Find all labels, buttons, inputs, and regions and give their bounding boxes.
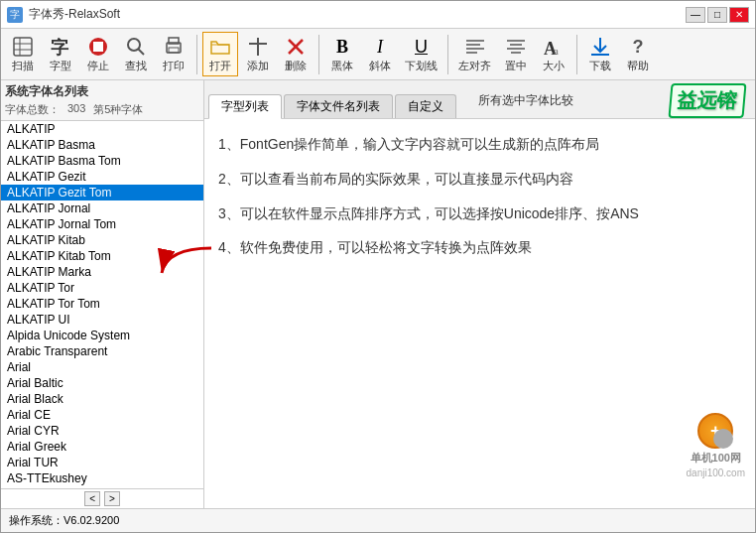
font-list-item[interactable]: Arial CYR	[1, 423, 203, 439]
svg-point-7	[128, 39, 140, 51]
font-list-item[interactable]: Arial Black	[1, 391, 203, 407]
font-list-item[interactable]: AS-TTEkushey	[1, 470, 203, 486]
font-list-item[interactable]: Arial Greek	[1, 439, 203, 455]
italic-label: 斜体	[369, 59, 391, 73]
font-list-item[interactable]: ALKATIP Tor Tom	[1, 296, 203, 312]
watermark-site: 单机100网	[691, 451, 741, 466]
scroll-left-arrow[interactable]: <	[84, 491, 100, 506]
scan-button[interactable]: 扫描	[5, 32, 41, 76]
font-list-item[interactable]: ALKATIP Tor	[1, 280, 203, 296]
stop-label: 停止	[87, 59, 109, 73]
separator-2	[318, 35, 319, 74]
find-button[interactable]: 查找	[118, 32, 154, 76]
left-panel: 系统字体名列表 字体总数：303 第5种字体 ALKATIPALKATIP Ba…	[1, 80, 204, 508]
font-list-item[interactable]: ALKATIP Gezit	[1, 169, 203, 185]
content-line-3: 3、可以在软件显示点阵排序方式，可以选择按Unicode排序、按ANS	[218, 199, 741, 229]
font-list[interactable]: ALKATIPALKATIP BasmaALKATIP Basma TomALK…	[1, 121, 203, 488]
italic-button[interactable]: I 斜体	[362, 32, 398, 76]
add-icon	[246, 35, 270, 59]
os-label: 操作系统：	[9, 514, 63, 526]
font-list-item[interactable]: Arial Baltic	[1, 375, 203, 391]
font-list-item[interactable]: ALKATIP	[1, 121, 203, 137]
fifth-font-label: 第5种字体	[93, 102, 143, 117]
scroll-right-arrow[interactable]: >	[104, 491, 120, 506]
tab-font-file[interactable]: 字体文件名列表	[284, 94, 393, 118]
font-list-item[interactable]: Arabic Transparent	[1, 343, 203, 359]
watermark-badge	[713, 429, 733, 449]
align-center-label: 置中	[505, 59, 527, 73]
content-line-2: 2、可以查看当前布局的实际效果，可以直接显示代码内容	[218, 164, 741, 195]
print-icon	[162, 35, 186, 59]
tab-font-type[interactable]: 字型列表	[208, 94, 282, 119]
svg-rect-0	[14, 38, 32, 56]
font-list-item[interactable]: ALKATIP Basma	[1, 137, 203, 153]
total-count: 303	[67, 102, 85, 117]
content-line-1: 1、FontGen操作简单，输入文字内容就可以生成新的点阵布局	[218, 129, 741, 160]
title-controls: — □ ✕	[686, 7, 749, 23]
font-list-item[interactable]: Arial CE	[1, 407, 203, 423]
stop-button[interactable]: 停止	[80, 32, 116, 76]
delete-button[interactable]: 删除	[278, 32, 314, 76]
font-list-item[interactable]: Alpida Unicode System	[1, 328, 203, 343]
size-icon: Aa	[542, 35, 566, 59]
svg-rect-6	[93, 42, 103, 52]
stop-icon	[86, 35, 110, 59]
help-label: 帮助	[627, 59, 649, 73]
separator-4	[576, 35, 577, 74]
font-list-item[interactable]: ALKATIP UI	[1, 312, 203, 328]
os-version: V6.02.9200	[63, 514, 119, 526]
find-icon	[124, 35, 148, 59]
font-list-item[interactable]: Arial TUR	[1, 455, 203, 470]
align-center-icon	[504, 35, 528, 59]
font-button[interactable]: 字 字型	[43, 32, 78, 76]
svg-line-8	[139, 50, 145, 56]
watermark-url: danji100.com	[687, 467, 745, 478]
open-button[interactable]: 打开	[202, 32, 238, 76]
separator-3	[447, 35, 448, 74]
download-label: 下载	[589, 59, 611, 73]
bold-button[interactable]: B 黑体	[324, 32, 360, 76]
status-bar: 操作系统：V6.02.9200	[1, 508, 755, 532]
download-icon	[588, 35, 612, 59]
font-list-item[interactable]: ALKATIP Gezit Tom	[1, 185, 203, 200]
font-icon: 字	[49, 35, 72, 59]
align-center-button[interactable]: 置中	[498, 32, 534, 76]
align-left-button[interactable]: 左对齐	[453, 32, 496, 76]
font-list-item[interactable]: ALKATIP Kitab	[1, 232, 203, 248]
font-list-item[interactable]: ALKATIP Marka	[1, 264, 203, 280]
print-button[interactable]: 打印	[156, 32, 191, 76]
main-window: 字 字体秀-RelaxSoft — □ ✕ 扫描 字 字型	[0, 0, 756, 533]
maximize-button[interactable]: □	[707, 7, 727, 23]
font-list-item[interactable]: ALKATIP Jornal Tom	[1, 216, 203, 232]
font-list-item[interactable]: ALKATIP Kitab Tom	[1, 248, 203, 264]
close-button[interactable]: ✕	[729, 7, 749, 23]
font-list-item[interactable]: Arial	[1, 359, 203, 375]
scan-icon	[11, 35, 35, 59]
underline-button[interactable]: U 下划线	[400, 32, 442, 76]
help-button[interactable]: ? 帮助	[620, 32, 656, 76]
content-line-4: 4、软件免费使用，可以轻松将文字转换为点阵效果	[218, 232, 741, 263]
window-title: 字体秀-RelaxSoft	[29, 6, 120, 23]
add-button[interactable]: 添加	[240, 32, 276, 76]
open-label: 打开	[209, 59, 231, 73]
bottom-watermark: + 单机100网 danji100.com	[687, 413, 745, 478]
separator-1	[196, 35, 197, 74]
font-count-row: 字体总数：303 第5种字体	[5, 102, 199, 117]
font-list-item[interactable]: ALKATIP Jornal	[1, 200, 203, 216]
size-button[interactable]: Aa 大小	[536, 32, 571, 76]
compare-label: 所有选中字体比较	[478, 92, 573, 109]
tabs-right-area: 所有选中字体比较 益远镕	[458, 83, 755, 118]
font-list-item[interactable]: ALKATIP Basma Tom	[1, 153, 203, 169]
find-label: 查找	[125, 59, 147, 73]
status-os-label: 操作系统：V6.02.9200	[9, 513, 119, 528]
tab-custom[interactable]: 自定义	[395, 94, 456, 118]
tab-bar: 字型列表 字体文件名列表 自定义 所有选中字体比较 益远镕	[204, 80, 755, 119]
main-area: 系统字体名列表 字体总数：303 第5种字体 ALKATIPALKATIP Ba…	[1, 80, 755, 508]
minimize-button[interactable]: —	[686, 7, 705, 23]
list-scroll-row: < >	[1, 488, 203, 508]
add-label: 添加	[247, 59, 269, 73]
svg-text:字: 字	[51, 37, 69, 58]
content-area: 1、FontGen操作简单，输入文字内容就可以生成新的点阵布局 2、可以查看当前…	[204, 119, 755, 508]
download-button[interactable]: 下载	[582, 32, 618, 76]
bold-icon: B	[330, 35, 354, 59]
